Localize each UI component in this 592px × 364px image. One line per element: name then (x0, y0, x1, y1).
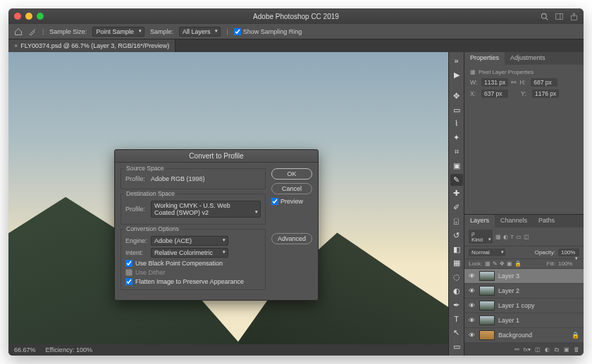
frame-tool-icon[interactable]: ▣ (450, 160, 463, 172)
magic-wand-tool-icon[interactable]: ✦ (450, 132, 463, 144)
layer-mask-icon[interactable]: ◫ (535, 346, 541, 353)
blend-mode-select[interactable]: Normal (469, 249, 505, 256)
expand-panels-icon[interactable]: » (450, 55, 463, 67)
move-tool-icon[interactable]: ✥ (450, 90, 463, 102)
layers-panel: Layers Channels Paths ρ Kind ▦ ◐ T ▭ ◫ (464, 214, 584, 356)
search-icon[interactable] (541, 13, 548, 20)
layer-row[interactable]: 👁Layer 3 (464, 269, 584, 284)
show-sampling-ring-checkbox[interactable]: Show Sampling Ring (234, 28, 302, 35)
layer-name[interactable]: Layer 1 copy (498, 302, 535, 309)
dodge-tool-icon[interactable]: ◐ (450, 285, 463, 297)
fill-field[interactable]: 100% (558, 261, 579, 267)
layer-name[interactable]: Layer 2 (498, 287, 519, 294)
type-tool-icon[interactable]: T (450, 313, 463, 325)
filter-pixel-icon[interactable]: ▦ (495, 234, 501, 240)
new-layer-icon[interactable]: ▣ (564, 346, 569, 353)
layer-thumbnail[interactable] (479, 271, 495, 281)
visibility-icon[interactable]: 👁 (469, 332, 476, 339)
delete-layer-icon[interactable]: 🗑 (574, 346, 579, 353)
layer-row[interactable]: 👁Background🔒 (464, 328, 584, 343)
gradient-tool-icon[interactable]: ▦ (450, 257, 463, 269)
sample-size-select[interactable]: Point Sample (92, 27, 144, 37)
layer-row[interactable]: 👁Layer 1 (464, 313, 584, 328)
close-tab-icon[interactable]: × (14, 42, 18, 49)
tab-paths[interactable]: Paths (533, 215, 560, 227)
layer-row[interactable]: 👁Layer 2 (464, 284, 584, 299)
eraser-tool-icon[interactable]: ◧ (450, 244, 463, 256)
clone-stamp-tool-icon[interactable]: ⌺ (450, 215, 463, 227)
lasso-tool-icon[interactable]: ⌇ (450, 118, 463, 130)
link-dimensions-icon[interactable]: ⚯ (511, 79, 517, 86)
height-field[interactable]: 687 px (531, 78, 557, 87)
layer-style-icon[interactable]: fx▾ (524, 346, 531, 353)
healing-brush-tool-icon[interactable]: ✚ (450, 188, 463, 200)
layer-thumbnail[interactable] (479, 330, 495, 340)
y-field[interactable]: 1176 px (532, 89, 559, 98)
titlebar: Adobe Photoshop CC 2019 (8, 8, 584, 24)
play-icon[interactable]: ▶ (450, 69, 463, 81)
visibility-icon[interactable]: 👁 (469, 287, 476, 294)
group-icon[interactable]: 🗀 (554, 346, 560, 353)
home-icon[interactable] (14, 27, 23, 36)
lock-pixels-icon[interactable]: ✎ (493, 261, 498, 267)
x-field[interactable]: 637 px (481, 89, 508, 98)
tab-channels[interactable]: Channels (495, 215, 533, 227)
layer-thumbnail[interactable] (479, 301, 495, 310)
blur-tool-icon[interactable]: ◌ (450, 271, 463, 283)
intent-select[interactable]: Relative Colorimetric (151, 248, 228, 258)
opacity-field[interactable]: 100% (558, 249, 579, 256)
efficiency-status[interactable]: Efficiency: 100% (46, 346, 92, 353)
layers-footer: ⚯ fx▾ ◫ ◐ 🗀 ▣ 🗑 (464, 343, 584, 356)
destination-profile-select[interactable]: Working CMYK - U.S. Web Coated (SWOP) v2 (151, 201, 261, 218)
filter-adjustment-icon[interactable]: ◐ (503, 234, 508, 240)
canvas-area[interactable]: 66.67% Efficiency: 100% Convert to Profi… (8, 52, 448, 356)
visibility-icon[interactable]: 👁 (469, 302, 476, 309)
visibility-icon[interactable]: 👁 (469, 272, 476, 280)
svg-rect-2 (556, 13, 563, 19)
width-field[interactable]: 1131 px (481, 78, 508, 87)
history-brush-tool-icon[interactable]: ↺ (450, 230, 463, 241)
share-icon[interactable] (570, 13, 578, 20)
path-tool-icon[interactable]: ↖ (450, 327, 463, 339)
eyedropper-tool-icon[interactable] (28, 27, 37, 36)
svg-point-0 (541, 13, 546, 18)
marquee-tool-icon[interactable]: ▭ (450, 104, 463, 116)
lock-artboard-icon[interactable]: ▣ (507, 261, 512, 267)
tab-adjustments[interactable]: Adjustments (505, 52, 551, 65)
shape-tool-icon[interactable]: ▭ (450, 341, 463, 353)
layer-name[interactable]: Layer 1 (498, 317, 519, 324)
link-layers-icon[interactable]: ⚯ (514, 346, 519, 353)
workspace-icon[interactable] (555, 13, 563, 20)
lock-transparency-icon[interactable]: ▦ (485, 261, 491, 267)
preview-checkbox[interactable]: Preview (271, 198, 312, 205)
engine-select[interactable]: Adobe (ACE) (151, 236, 228, 246)
lock-all-icon[interactable]: 🔒 (514, 261, 522, 267)
black-point-compensation-checkbox[interactable]: Use Black Point Compensation (125, 260, 261, 267)
brush-tool-icon[interactable]: ✐ (450, 201, 463, 213)
sample-layers-select[interactable]: All Layers (179, 27, 221, 37)
pen-tool-icon[interactable]: ✒ (450, 299, 463, 311)
visibility-icon[interactable]: 👁 (469, 317, 476, 324)
filter-shape-icon[interactable]: ▭ (516, 234, 522, 240)
layer-row[interactable]: 👁Layer 1 copy (464, 299, 584, 313)
eyedropper-tool-icon[interactable]: ✎ (450, 174, 463, 186)
layer-name[interactable]: Background (498, 332, 532, 339)
cancel-button[interactable]: Cancel (271, 183, 312, 194)
layer-thumbnail[interactable] (479, 286, 495, 296)
crop-tool-icon[interactable]: ⌗ (450, 146, 463, 158)
tab-layers[interactable]: Layers (464, 215, 495, 227)
status-bar: 66.67% Efficiency: 100% (8, 344, 448, 356)
advanced-button[interactable]: Advanced (271, 233, 312, 244)
filter-type-icon[interactable]: T (510, 234, 514, 240)
filter-kind-select[interactable]: ρ Kind (469, 230, 493, 244)
flatten-image-checkbox[interactable]: Flatten Image to Preserve Appearance (125, 278, 261, 285)
lock-position-icon[interactable]: ✥ (500, 261, 505, 267)
layer-name[interactable]: Layer 3 (498, 272, 519, 280)
document-tab[interactable]: × FLY00374.psd @ 66.7% (Layer 3, RGB/16*… (8, 39, 175, 52)
tab-properties[interactable]: Properties (464, 52, 505, 65)
zoom-level[interactable]: 66.67% (14, 346, 36, 353)
filter-smart-icon[interactable]: ◫ (524, 234, 529, 240)
layer-thumbnail[interactable] (479, 315, 495, 325)
adjustment-layer-icon[interactable]: ◐ (545, 346, 550, 353)
ok-button[interactable]: OK (271, 168, 312, 180)
